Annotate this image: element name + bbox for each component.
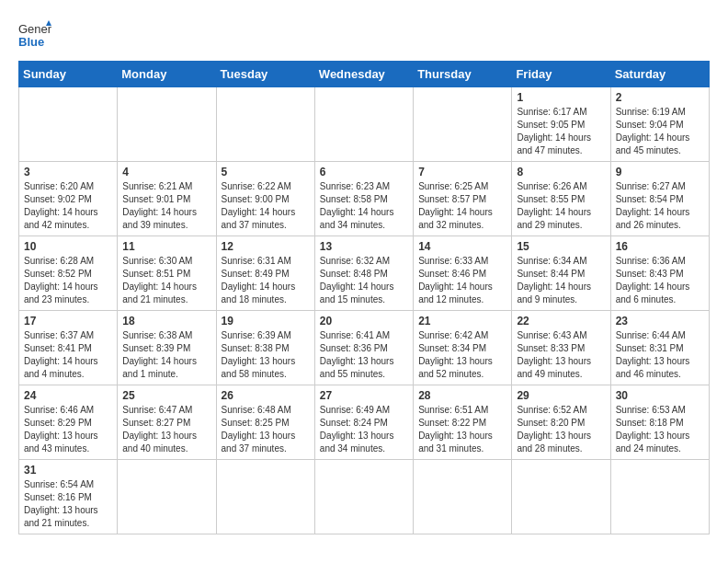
day-number: 5 — [222, 166, 310, 178]
calendar-cell: 9Sunrise: 6:27 AM Sunset: 8:54 PM Daylig… — [610, 162, 709, 236]
day-number: 9 — [616, 166, 704, 178]
calendar-cell: 20Sunrise: 6:41 AM Sunset: 8:36 PM Dayli… — [314, 311, 413, 385]
day-info: Sunrise: 6:26 AM Sunset: 8:55 PM Dayligh… — [517, 180, 605, 232]
day-info: Sunrise: 6:36 AM Sunset: 8:43 PM Dayligh… — [616, 255, 704, 306]
day-number: 22 — [517, 315, 605, 327]
calendar-cell: 4Sunrise: 6:21 AM Sunset: 9:01 PM Daylig… — [118, 162, 216, 236]
header-wednesday: Wednesday — [314, 62, 413, 87]
day-number: 21 — [418, 315, 506, 327]
day-info: Sunrise: 6:23 AM Sunset: 8:58 PM Dayligh… — [320, 180, 408, 232]
calendar-cell: 2Sunrise: 6:19 AM Sunset: 9:04 PM Daylig… — [610, 87, 709, 162]
day-info: Sunrise: 6:51 AM Sunset: 8:22 PM Dayligh… — [418, 404, 506, 455]
day-number: 16 — [616, 240, 704, 253]
day-info: Sunrise: 6:42 AM Sunset: 8:34 PM Dayligh… — [418, 329, 506, 381]
day-info: Sunrise: 6:47 AM Sunset: 8:27 PM Dayligh… — [122, 404, 210, 455]
day-info: Sunrise: 6:28 AM Sunset: 8:52 PM Dayligh… — [24, 255, 112, 306]
calendar-cell — [610, 460, 709, 534]
calendar-week-row: 31Sunrise: 6:54 AM Sunset: 8:16 PM Dayli… — [19, 460, 710, 534]
calendar-cell: 5Sunrise: 6:22 AM Sunset: 9:00 PM Daylig… — [216, 162, 314, 236]
day-number: 1 — [517, 91, 605, 104]
calendar-cell — [314, 460, 413, 534]
header: General Blue — [18, 18, 710, 52]
calendar-cell — [118, 87, 216, 162]
calendar-week-row: 10Sunrise: 6:28 AM Sunset: 8:52 PM Dayli… — [19, 236, 710, 311]
day-info: Sunrise: 6:52 AM Sunset: 8:20 PM Dayligh… — [517, 404, 605, 455]
day-info: Sunrise: 6:46 AM Sunset: 8:29 PM Dayligh… — [24, 404, 112, 455]
day-info: Sunrise: 6:17 AM Sunset: 9:05 PM Dayligh… — [517, 106, 605, 157]
calendar-cell: 27Sunrise: 6:49 AM Sunset: 8:24 PM Dayli… — [314, 385, 413, 460]
calendar-cell — [19, 87, 118, 162]
calendar-cell: 22Sunrise: 6:43 AM Sunset: 8:33 PM Dayli… — [512, 311, 610, 385]
svg-text:General: General — [18, 22, 51, 36]
calendar-cell: 30Sunrise: 6:53 AM Sunset: 8:18 PM Dayli… — [610, 385, 709, 460]
day-number: 26 — [222, 389, 310, 402]
day-number: 28 — [418, 389, 506, 402]
generalblue-logo-icon: General Blue — [18, 18, 51, 52]
day-info: Sunrise: 6:21 AM Sunset: 9:01 PM Dayligh… — [122, 180, 210, 232]
calendar-cell: 29Sunrise: 6:52 AM Sunset: 8:20 PM Dayli… — [512, 385, 610, 460]
day-info: Sunrise: 6:38 AM Sunset: 8:39 PM Dayligh… — [122, 329, 210, 381]
header-tuesday: Tuesday — [216, 62, 314, 87]
day-info: Sunrise: 6:20 AM Sunset: 9:02 PM Dayligh… — [24, 180, 112, 232]
day-number: 31 — [24, 464, 112, 477]
calendar-cell: 24Sunrise: 6:46 AM Sunset: 8:29 PM Dayli… — [19, 385, 118, 460]
day-number: 3 — [24, 166, 112, 178]
calendar-cell: 11Sunrise: 6:30 AM Sunset: 8:51 PM Dayli… — [118, 236, 216, 311]
day-number: 8 — [517, 166, 605, 178]
day-info: Sunrise: 6:53 AM Sunset: 8:18 PM Dayligh… — [616, 404, 704, 455]
day-info: Sunrise: 6:49 AM Sunset: 8:24 PM Dayligh… — [320, 404, 408, 455]
day-info: Sunrise: 6:54 AM Sunset: 8:16 PM Dayligh… — [24, 478, 112, 530]
calendar-cell: 8Sunrise: 6:26 AM Sunset: 8:55 PM Daylig… — [512, 162, 610, 236]
day-number: 12 — [222, 240, 310, 253]
day-number: 13 — [320, 240, 408, 253]
day-number: 18 — [122, 315, 210, 327]
header-thursday: Thursday — [414, 62, 512, 87]
calendar-cell: 26Sunrise: 6:48 AM Sunset: 8:25 PM Dayli… — [216, 385, 314, 460]
calendar-cell: 13Sunrise: 6:32 AM Sunset: 8:48 PM Dayli… — [314, 236, 413, 311]
calendar-cell: 17Sunrise: 6:37 AM Sunset: 8:41 PM Dayli… — [19, 311, 118, 385]
day-info: Sunrise: 6:25 AM Sunset: 8:57 PM Dayligh… — [418, 180, 506, 232]
header-saturday: Saturday — [610, 62, 709, 87]
calendar-cell — [512, 460, 610, 534]
day-info: Sunrise: 6:22 AM Sunset: 9:00 PM Dayligh… — [222, 180, 310, 232]
calendar-week-row: 3Sunrise: 6:20 AM Sunset: 9:02 PM Daylig… — [19, 162, 710, 236]
day-info: Sunrise: 6:37 AM Sunset: 8:41 PM Dayligh… — [24, 329, 112, 381]
day-info: Sunrise: 6:31 AM Sunset: 8:49 PM Dayligh… — [222, 255, 310, 306]
calendar-cell: 21Sunrise: 6:42 AM Sunset: 8:34 PM Dayli… — [414, 311, 512, 385]
day-number: 20 — [320, 315, 408, 327]
calendar-cell: 25Sunrise: 6:47 AM Sunset: 8:27 PM Dayli… — [118, 385, 216, 460]
calendar-cell — [414, 87, 512, 162]
calendar-cell: 7Sunrise: 6:25 AM Sunset: 8:57 PM Daylig… — [414, 162, 512, 236]
calendar-cell: 6Sunrise: 6:23 AM Sunset: 8:58 PM Daylig… — [314, 162, 413, 236]
calendar-cell: 28Sunrise: 6:51 AM Sunset: 8:22 PM Dayli… — [414, 385, 512, 460]
header-friday: Friday — [512, 62, 610, 87]
day-info: Sunrise: 6:32 AM Sunset: 8:48 PM Dayligh… — [320, 255, 408, 306]
calendar-cell: 12Sunrise: 6:31 AM Sunset: 8:49 PM Dayli… — [216, 236, 314, 311]
day-number: 14 — [418, 240, 506, 253]
day-number: 11 — [122, 240, 210, 253]
calendar-body: 1Sunrise: 6:17 AM Sunset: 9:05 PM Daylig… — [19, 87, 710, 534]
day-info: Sunrise: 6:19 AM Sunset: 9:04 PM Dayligh… — [616, 106, 704, 157]
calendar-table: Sunday Monday Tuesday Wednesday Thursday… — [18, 61, 710, 534]
calendar-week-row: 1Sunrise: 6:17 AM Sunset: 9:05 PM Daylig… — [19, 87, 710, 162]
calendar-header-row: Sunday Monday Tuesday Wednesday Thursday… — [19, 62, 710, 87]
day-number: 25 — [122, 389, 210, 402]
day-info: Sunrise: 6:33 AM Sunset: 8:46 PM Dayligh… — [418, 255, 506, 306]
day-info: Sunrise: 6:27 AM Sunset: 8:54 PM Dayligh… — [616, 180, 704, 232]
day-number: 27 — [320, 389, 408, 402]
logo: General Blue — [18, 18, 55, 52]
day-number: 30 — [616, 389, 704, 402]
header-monday: Monday — [118, 62, 216, 87]
calendar-cell — [314, 87, 413, 162]
calendar-cell: 19Sunrise: 6:39 AM Sunset: 8:38 PM Dayli… — [216, 311, 314, 385]
day-number: 10 — [24, 240, 112, 253]
day-number: 29 — [517, 389, 605, 402]
calendar-cell: 15Sunrise: 6:34 AM Sunset: 8:44 PM Dayli… — [512, 236, 610, 311]
calendar-week-row: 24Sunrise: 6:46 AM Sunset: 8:29 PM Dayli… — [19, 385, 710, 460]
calendar-cell: 31Sunrise: 6:54 AM Sunset: 8:16 PM Dayli… — [19, 460, 118, 534]
calendar-cell: 3Sunrise: 6:20 AM Sunset: 9:02 PM Daylig… — [19, 162, 118, 236]
calendar-cell — [118, 460, 216, 534]
day-info: Sunrise: 6:34 AM Sunset: 8:44 PM Dayligh… — [517, 255, 605, 306]
calendar-cell: 23Sunrise: 6:44 AM Sunset: 8:31 PM Dayli… — [610, 311, 709, 385]
day-info: Sunrise: 6:30 AM Sunset: 8:51 PM Dayligh… — [122, 255, 210, 306]
